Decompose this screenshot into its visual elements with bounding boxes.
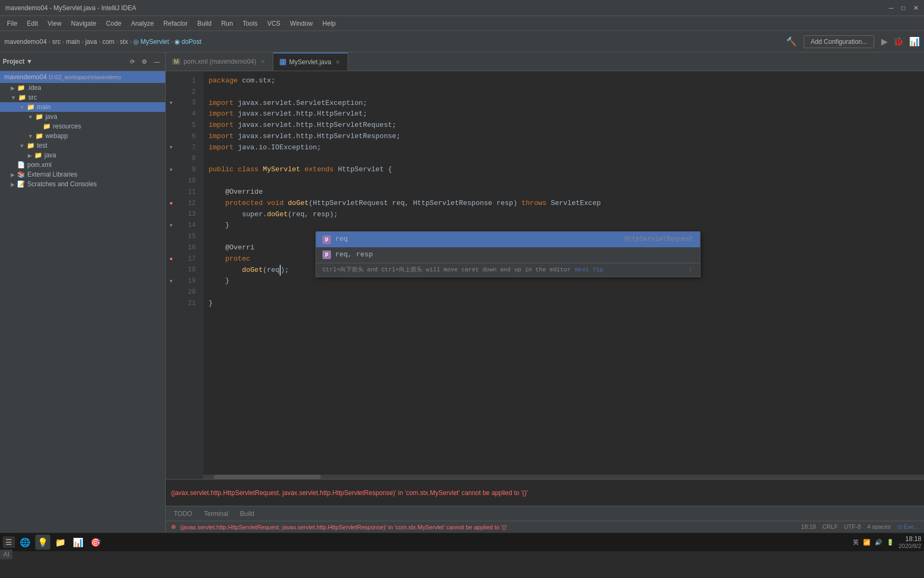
- menu-file[interactable]: File: [3, 18, 21, 29]
- code-line-7: import java.io.IOException;: [209, 142, 924, 154]
- autocomplete-label-req-resp: req, resp: [335, 249, 373, 261]
- tabs-bar: M pom.xml (mavendemo04) ✕ J MyServlet.ja…: [166, 52, 924, 71]
- sidebar-item-test[interactable]: ▼ 📁 test: [0, 141, 165, 150]
- breadcrumb-project[interactable]: mavendemo04: [4, 38, 47, 45]
- gear-button[interactable]: ⚙: [139, 57, 150, 67]
- taskbar-time: 18:18 2020/8/2: [898, 535, 921, 549]
- sidebar-item-src[interactable]: ▼ 📁 src: [0, 93, 165, 102]
- taskbar-menu-icon[interactable]: ☰: [3, 536, 15, 548]
- sidebar-item-pom[interactable]: ▶ 📄 pom.xml: [0, 160, 165, 170]
- gutter-13: [166, 209, 176, 220]
- breadcrumb-com[interactable]: com: [102, 38, 114, 45]
- sidebar-item-webapp[interactable]: ▼ 📁 webapp: [0, 131, 165, 141]
- line-num-20: 20: [176, 287, 199, 298]
- sidebar-item-label: Scratches and Consoles: [27, 180, 97, 188]
- menu-edit[interactable]: Edit: [22, 18, 42, 29]
- tab-close-pom[interactable]: ✕: [259, 58, 266, 65]
- breadcrumb-src[interactable]: src: [52, 38, 60, 45]
- menu-vcs[interactable]: VCS: [263, 18, 285, 29]
- taskbar-lang[interactable]: 英: [853, 538, 859, 546]
- minimize-btn[interactable]: ─: [889, 4, 894, 12]
- menu-help[interactable]: Help: [318, 18, 340, 29]
- collapse-button[interactable]: —: [151, 57, 163, 66]
- autocomplete-popup[interactable]: p req HttpServletRequest p req, resp Ctr…: [315, 231, 700, 277]
- breadcrumb-method[interactable]: ◉ doPost: [174, 38, 202, 45]
- status-event-icon[interactable]: ⊙ Eve...: [897, 523, 919, 530]
- status-crlf[interactable]: CRLF: [822, 523, 838, 530]
- tab-close-myservlet[interactable]: ✕: [334, 59, 341, 66]
- sidebar-item-scratches[interactable]: ▶ 📝 Scratches and Consoles: [0, 179, 165, 189]
- menu-tools[interactable]: Tools: [238, 18, 262, 29]
- sync-button[interactable]: ⟳: [127, 57, 137, 67]
- sidebar-item-test-java[interactable]: ▶ 📁 java: [0, 150, 165, 160]
- menu-refactor[interactable]: Refactor: [159, 18, 192, 29]
- autocomplete-type-req: HttpServletRequest: [624, 234, 694, 245]
- add-configuration-button[interactable]: Add Configuration...: [804, 35, 874, 48]
- breadcrumb-main[interactable]: main: [66, 38, 80, 45]
- sidebar-item-label: resources: [53, 123, 81, 130]
- tab-myservlet[interactable]: J MyServlet.java ✕: [273, 52, 348, 71]
- scrollbar-horizontal[interactable]: [203, 475, 924, 479]
- ai-label[interactable]: AI: [0, 550, 12, 559]
- menu-window[interactable]: Window: [286, 18, 317, 29]
- folder-icon: 📁: [27, 142, 35, 149]
- taskbar-icon-1[interactable]: 🌐: [18, 535, 33, 550]
- menu-build[interactable]: Build: [193, 18, 216, 29]
- tab-terminal[interactable]: Terminal: [198, 508, 233, 519]
- breadcrumb-java[interactable]: java: [85, 38, 97, 45]
- autocomplete-item-req[interactable]: p req HttpServletRequest: [316, 232, 700, 247]
- hint-menu-icon[interactable]: ⋮: [688, 265, 694, 275]
- status-position[interactable]: 18:18: [801, 523, 816, 530]
- folder-icon: 📁: [35, 132, 43, 140]
- sidebar-item-resources[interactable]: ▶ 📁 resources: [0, 121, 165, 131]
- tab-pom[interactable]: M pom.xml (mavendemo04) ✕: [166, 52, 273, 71]
- menu-code[interactable]: Code: [102, 18, 126, 29]
- taskbar-icon-5[interactable]: 🎯: [88, 535, 103, 550]
- breadcrumb-class[interactable]: ◎ MyServlet: [133, 38, 169, 45]
- profile-icon[interactable]: 📊: [909, 36, 920, 47]
- sidebar-item-label: src: [28, 94, 37, 101]
- tab-build[interactable]: Build: [235, 508, 260, 519]
- folder-icon: 📁: [43, 123, 51, 130]
- sidebar-item-external-libraries[interactable]: ▶ 📚 External Libraries: [0, 170, 165, 179]
- line-num-11: 11: [176, 187, 199, 198]
- debug-icon[interactable]: 🐞: [893, 36, 904, 47]
- status-spaces[interactable]: 4 spaces: [867, 523, 891, 530]
- param-icon-2: p: [322, 250, 331, 259]
- param-icon: p: [322, 235, 331, 244]
- taskbar-intellij-icon[interactable]: 💡: [35, 535, 50, 550]
- close-btn[interactable]: ✕: [913, 4, 919, 12]
- code-editor[interactable]: ▼ ▼ ▼ ● ▼ ● ▼: [166, 71, 924, 479]
- status-encoding[interactable]: UTF-8: [844, 523, 861, 530]
- scrollbar-thumb[interactable]: [214, 475, 321, 479]
- status-error-text: (javax.servlet.http.HttpServletRequest, …: [180, 524, 507, 530]
- scratch-icon: 📝: [17, 180, 25, 188]
- ai-text: AI: [3, 551, 9, 558]
- bottom-panel: (javax.servlet.http.HttpServletRequest, …: [166, 479, 924, 506]
- code-line-5: import javax.servlet.http.HttpServletReq…: [209, 120, 924, 131]
- menu-analyze[interactable]: Analyze: [127, 18, 158, 29]
- menu-navigate[interactable]: Navigate: [67, 18, 101, 29]
- breadcrumb-stx[interactable]: stx: [120, 38, 128, 45]
- taskbar-icon-4[interactable]: 📊: [71, 535, 86, 550]
- menu-run[interactable]: Run: [217, 18, 237, 29]
- run-icon[interactable]: ▶: [881, 36, 888, 47]
- taskbar-icon-3[interactable]: 📁: [53, 535, 68, 550]
- taskbar-network-icon: 📶: [863, 539, 871, 546]
- maximize-btn[interactable]: □: [902, 4, 905, 12]
- gutter-21: [166, 298, 176, 309]
- tab-todo[interactable]: TODO: [168, 508, 197, 519]
- autocomplete-item-req-resp[interactable]: p req, resp: [316, 247, 700, 263]
- code-content[interactable]: package com.stx; import javax.servlet.Se…: [203, 71, 924, 479]
- sidebar-item-main[interactable]: ▼ 📁 main: [0, 102, 165, 112]
- sidebar-item-java[interactable]: ▼ 📁 java: [0, 112, 165, 121]
- hammer-icon[interactable]: 🔨: [786, 36, 797, 47]
- main-area: Project ▼ ⟳ ⚙ — mavendemo04 D:\02_worksp…: [0, 52, 924, 533]
- next-tip-button[interactable]: Next Tip: [575, 265, 603, 275]
- line-num-6: 6: [176, 131, 199, 142]
- line-num-12: 12: [176, 198, 199, 209]
- gutter-15: [166, 231, 176, 242]
- expand-icon: ▶: [11, 85, 15, 91]
- menu-view[interactable]: View: [43, 18, 66, 29]
- sidebar-item-idea[interactable]: ▶ 📁 .idea: [0, 83, 165, 93]
